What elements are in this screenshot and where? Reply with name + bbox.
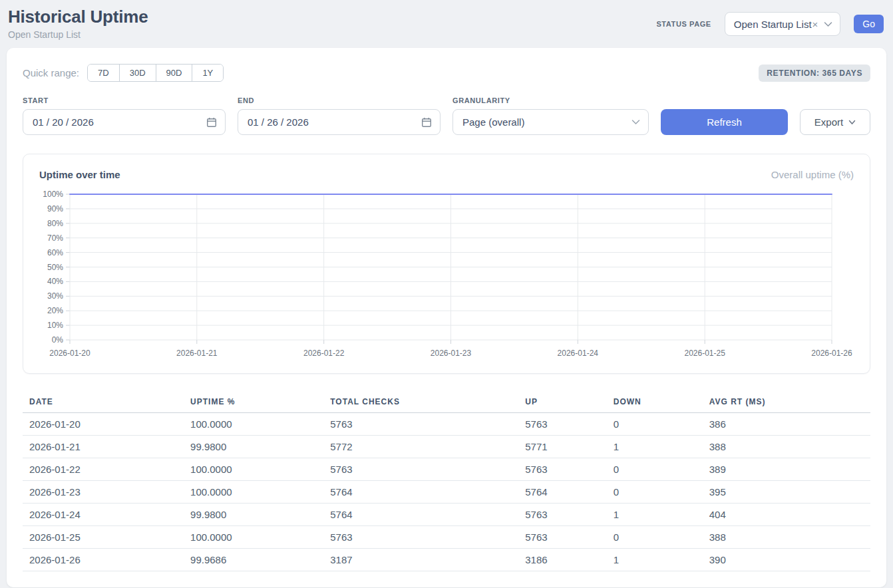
table-cell: 386 — [703, 413, 870, 436]
table-cell: 99.9800 — [184, 436, 323, 458]
title-block: Historical Uptime Open Startup List — [8, 7, 148, 40]
table-head: DATEUPTIME %TOTAL CHECKSUPDOWNAVG RT (MS… — [23, 391, 870, 413]
table-row: 2026-01-25100.0000576357630388 — [23, 526, 870, 549]
column-header: AVG RT (MS) — [703, 391, 870, 413]
table-cell: 100.0000 — [184, 481, 323, 504]
refresh-button[interactable]: Refresh — [661, 109, 788, 135]
table-cell: 2026-01-20 — [23, 413, 184, 436]
table-cell: 5772 — [323, 436, 518, 458]
table-cell: 5763 — [518, 526, 606, 549]
table-cell: 1 — [607, 504, 703, 526]
table-cell: 2026-01-22 — [23, 458, 184, 481]
svg-text:90%: 90% — [47, 204, 63, 214]
table-cell: 388 — [703, 526, 870, 549]
start-date-input[interactable]: 01 / 20 / 2026 — [23, 109, 226, 135]
chevron-down-icon — [824, 21, 832, 27]
svg-text:2026-01-23: 2026-01-23 — [431, 349, 472, 358]
svg-text:30%: 30% — [47, 291, 63, 301]
svg-text:2026-01-25: 2026-01-25 — [685, 349, 726, 358]
granularity-select[interactable]: Page (overall) — [452, 109, 649, 135]
svg-text:2026-01-20: 2026-01-20 — [49, 349, 90, 358]
svg-text:50%: 50% — [47, 263, 63, 272]
quick-range-row: Quick range: 7D30D90D1Y RETENTION: 365 D… — [23, 64, 870, 82]
table-row: 2026-01-22100.0000576357630389 — [23, 458, 870, 481]
table-cell: 5764 — [518, 481, 606, 504]
uptime-chart-card: Uptime over time Overall uptime (%) 0%10… — [23, 154, 870, 374]
retention-badge: RETENTION: 365 DAYS — [759, 65, 870, 82]
quick-range-7d[interactable]: 7D — [88, 65, 119, 81]
end-date-label: END — [238, 96, 441, 104]
chart-header: Uptime over time Overall uptime (%) — [39, 169, 854, 180]
table-cell: 395 — [703, 481, 870, 504]
column-header: TOTAL CHECKS — [323, 391, 518, 413]
table-cell: 2026-01-24 — [23, 504, 184, 526]
uptime-table: DATEUPTIME %TOTAL CHECKSUPDOWNAVG RT (MS… — [23, 391, 870, 571]
table-cell: 1 — [607, 549, 703, 571]
table-body: 2026-01-20100.00005763576303862026-01-21… — [23, 413, 870, 571]
page-header: Historical Uptime Open Startup List STAT… — [0, 0, 893, 48]
table-cell: 5763 — [323, 413, 518, 436]
table-cell: 99.9686 — [184, 549, 323, 571]
quick-range-group: 7D30D90D1Y — [87, 64, 224, 82]
granularity-selected-value: Page (overall) — [462, 116, 524, 128]
svg-text:60%: 60% — [47, 248, 63, 257]
end-date-value: 01 / 26 / 2026 — [248, 116, 309, 128]
table-cell: 5763 — [518, 458, 606, 481]
quick-range-30d[interactable]: 30D — [119, 65, 156, 81]
table-cell: 100.0000 — [184, 458, 323, 481]
uptime-chart-svg: 0%10%20%30%40%50%60%70%80%90%100%2026-01… — [39, 188, 854, 361]
chevron-down-icon — [631, 119, 640, 125]
table-cell: 389 — [703, 458, 870, 481]
svg-text:100%: 100% — [43, 190, 63, 199]
table-cell: 0 — [607, 526, 703, 549]
table-cell: 388 — [703, 436, 870, 458]
calendar-icon[interactable] — [421, 117, 432, 128]
table-cell: 100.0000 — [184, 526, 323, 549]
table-cell: 100.0000 — [184, 413, 323, 436]
granularity-label: GRANULARITY — [452, 96, 649, 104]
chart-legend: Overall uptime (%) — [771, 169, 854, 180]
table-cell: 390 — [703, 549, 870, 571]
table-row: 2026-01-2199.9800577257711388 — [23, 436, 870, 458]
column-header: DATE — [23, 391, 184, 413]
table-cell: 404 — [703, 504, 870, 526]
table-cell: 5764 — [323, 481, 518, 504]
table-row: 2026-01-2699.9686318731861390 — [23, 549, 870, 571]
column-header: UP — [518, 391, 606, 413]
table-cell: 2026-01-26 — [23, 549, 184, 571]
calendar-icon[interactable] — [206, 117, 217, 128]
table-row: 2026-01-23100.0000576457640395 — [23, 481, 870, 504]
end-date-input[interactable]: 01 / 26 / 2026 — [238, 109, 441, 135]
status-page-select[interactable]: Open Startup List × — [725, 12, 841, 36]
clear-selection-icon[interactable]: × — [812, 19, 818, 30]
uptime-line-chart: 0%10%20%30%40%50%60%70%80%90%100%2026-01… — [39, 188, 854, 361]
start-date-field: START 01 / 20 / 2026 — [23, 96, 226, 135]
table-cell: 2026-01-21 — [23, 436, 184, 458]
column-header: UPTIME % — [184, 391, 323, 413]
table-cell: 5763 — [518, 413, 606, 436]
svg-text:2026-01-22: 2026-01-22 — [303, 349, 345, 358]
filter-row: START 01 / 20 / 2026 END 01 / 26 / 2026 … — [23, 96, 870, 135]
go-button[interactable]: Go — [854, 15, 884, 33]
svg-text:2026-01-26: 2026-01-26 — [811, 349, 852, 358]
header-controls: STATUS PAGE Open Startup List × Go — [656, 12, 884, 36]
chevron-down-icon — [848, 120, 856, 125]
table-cell: 0 — [607, 458, 703, 481]
table-cell: 5763 — [323, 526, 518, 549]
export-button[interactable]: Export — [800, 109, 870, 135]
svg-text:10%: 10% — [47, 321, 63, 330]
svg-text:2026-01-24: 2026-01-24 — [558, 349, 599, 358]
status-page-label: STATUS PAGE — [656, 20, 711, 28]
table-cell: 5764 — [323, 504, 518, 526]
table-cell: 5763 — [518, 504, 606, 526]
quick-range-1y[interactable]: 1Y — [192, 65, 223, 81]
end-date-field: END 01 / 26 / 2026 — [238, 96, 441, 135]
start-date-label: START — [23, 96, 226, 104]
column-header: DOWN — [607, 391, 703, 413]
table-cell: 3187 — [323, 549, 518, 571]
svg-text:20%: 20% — [47, 306, 63, 315]
quick-range-label: Quick range: — [23, 67, 79, 78]
table-cell: 99.9800 — [184, 504, 323, 526]
start-date-value: 01 / 20 / 2026 — [33, 116, 94, 128]
quick-range-90d[interactable]: 90D — [156, 65, 192, 81]
